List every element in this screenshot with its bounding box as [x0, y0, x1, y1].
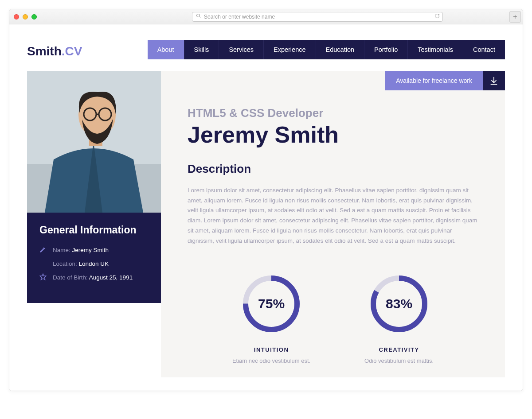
general-info-heading: General Information	[39, 224, 149, 236]
ring-chart-intuition: 75%	[240, 273, 302, 335]
site-logo[interactable]: Smith.CV	[27, 40, 111, 63]
nav-skills[interactable]: Skills	[184, 40, 219, 59]
stat-subtitle-0: Etiam nec odio vestibulum est.	[232, 357, 310, 364]
stat-intuition: 75% INTUITION Etiam nec odio vestibulum …	[232, 273, 310, 364]
new-tab-button[interactable]: +	[509, 11, 521, 23]
availability-text: Available for freelance work	[385, 71, 483, 90]
main-row: General Information Name: Jeremy Smith L…	[27, 71, 505, 377]
content-inner: HTML5 & CSS Developer Jeremy Smith Descr…	[161, 90, 505, 364]
availability-banner: Available for freelance work	[161, 71, 505, 90]
browser-title-bar: Search or enter website name +	[9, 9, 523, 24]
address-bar[interactable]: Search or enter website name	[192, 12, 443, 22]
ring-label-0: 75%	[240, 273, 302, 335]
zoom-window-button[interactable]	[31, 14, 37, 19]
nav-services[interactable]: Services	[219, 40, 264, 59]
stats-row: 75% INTUITION Etiam nec odio vestibulum …	[188, 273, 478, 364]
svg-point-0	[197, 14, 200, 17]
address-placeholder: Search or enter website name	[204, 14, 275, 20]
svg-marker-9	[40, 274, 46, 279]
hero-subtitle: HTML5 & CSS Developer	[188, 106, 478, 120]
search-icon	[196, 13, 201, 20]
nav-testimonials[interactable]: Testimonials	[408, 40, 463, 59]
nav-portfolio[interactable]: Portfolio	[364, 40, 408, 59]
description-body: Lorem ipsum dolor sit amet, consectetur …	[188, 186, 478, 247]
stat-creativity: 83% CREATIVITY Odio vestibulum est matti…	[364, 273, 434, 364]
location-label: Location:	[53, 260, 77, 267]
profile-photo	[27, 71, 161, 213]
stat-title-0: INTUITION	[254, 346, 289, 353]
location-value: London UK	[79, 260, 109, 267]
stat-title-1: CREATIVITY	[379, 346, 419, 353]
close-window-button[interactable]	[14, 14, 19, 19]
download-button[interactable]	[483, 71, 505, 90]
dob-label: Date of Birth:	[53, 274, 88, 281]
general-info-panel: General Information Name: Jeremy Smith L…	[27, 213, 161, 303]
hero-name: Jeremy Smith	[188, 123, 478, 147]
reload-icon[interactable]	[434, 13, 440, 20]
sidebar: General Information Name: Jeremy Smith L…	[27, 71, 161, 377]
dob-value: August 25, 1991	[89, 274, 133, 281]
name-label: Name:	[53, 247, 70, 253]
ring-chart-creativity: 83%	[368, 273, 430, 335]
content-area: Available for freelance work HTML5 & CSS…	[161, 71, 505, 377]
name-value: Jeremy Smith	[72, 247, 109, 253]
stat-subtitle-1: Odio vestibulum est mattis.	[364, 357, 434, 364]
nav-education[interactable]: Education	[316, 40, 365, 59]
info-row-location: Location: London UK	[39, 260, 149, 267]
star-icon	[39, 273, 47, 282]
minimize-window-button[interactable]	[23, 14, 28, 19]
logo-text-2: .CV	[62, 44, 82, 58]
pencil-icon	[39, 246, 47, 254]
description-heading: Description	[188, 162, 478, 176]
nav-about[interactable]: About	[148, 40, 184, 59]
logo-text-1: Smith	[27, 44, 62, 58]
window-controls	[14, 14, 37, 19]
ring-label-1: 83%	[368, 273, 430, 335]
main-nav: About Skills Services Experience Educati…	[148, 40, 505, 63]
info-row-name: Name: Jeremy Smith	[39, 246, 149, 254]
browser-window: Search or enter website name + Smith.CV …	[9, 9, 523, 391]
svg-line-1	[200, 17, 201, 18]
nav-contact[interactable]: Contact	[463, 40, 505, 59]
info-row-dob: Date of Birth: August 25, 1991	[39, 273, 149, 282]
page-body: Smith.CV About Skills Services Experienc…	[9, 24, 523, 391]
nav-experience[interactable]: Experience	[264, 40, 316, 59]
site-header: Smith.CV About Skills Services Experienc…	[27, 40, 505, 63]
